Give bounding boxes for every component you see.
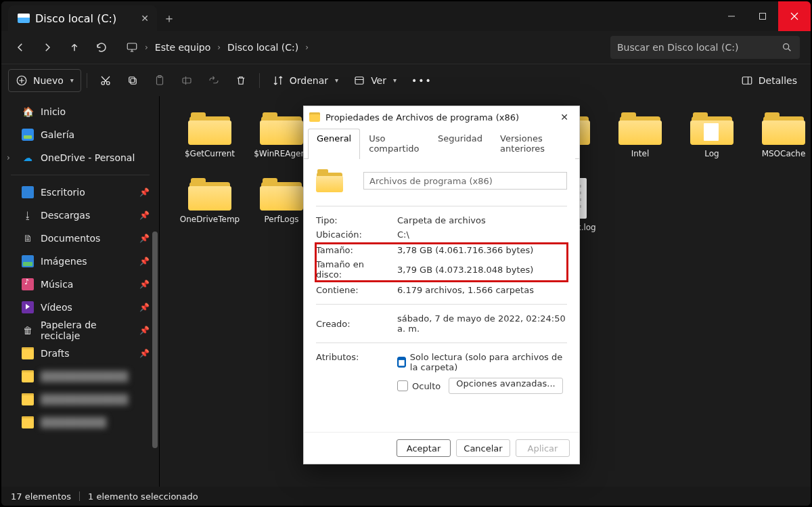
sidebar-item-documents[interactable]: 🗎Documentos📌 — [4, 227, 156, 250]
cancel-button[interactable]: Cancelar — [456, 439, 510, 457]
advanced-button[interactable]: Opciones avanzadas... — [449, 378, 562, 394]
sidebar-item-music[interactable]: Música📌 — [4, 273, 156, 296]
sidebar-item-blurred[interactable]: ████████████ — [4, 388, 156, 411]
sidebar-item-pictures[interactable]: Imágenes📌 — [4, 250, 156, 273]
video-icon — [22, 301, 34, 313]
hidden-checkbox[interactable] — [397, 380, 408, 391]
readonly-checkbox[interactable]: ■ — [397, 357, 406, 368]
sort-button[interactable]: Ordenar ▾ — [265, 69, 345, 92]
window-tab[interactable]: Disco local (C:) ✕ — [8, 5, 157, 31]
svg-rect-1 — [127, 43, 137, 49]
minimize-button[interactable] — [716, 1, 747, 31]
details-pane-button[interactable]: Detalles — [734, 69, 804, 92]
sidebar-item-videos[interactable]: Vídeos📌 — [4, 296, 156, 319]
dialog-titlebar[interactable]: Propiedades de Archivos de programa (x86… — [304, 106, 579, 128]
view-button[interactable]: Ver ▾ — [346, 69, 403, 92]
copy-icon — [127, 74, 139, 87]
folder-icon — [309, 112, 320, 122]
desktop-icon — [22, 186, 34, 198]
row-contains-value: 6.179 archivos, 1.566 carpetas — [397, 285, 567, 295]
folder-item[interactable]: Log — [678, 110, 746, 162]
share-button[interactable] — [201, 69, 227, 92]
apply-button[interactable]: Aplicar — [516, 439, 570, 457]
tab-previous[interactable]: Versiones anteriores — [491, 129, 575, 159]
tab-security[interactable]: Seguridad — [429, 129, 491, 159]
sidebar-item-home[interactable]: 🏠Inicio — [4, 100, 156, 123]
sidebar-item-blurred[interactable]: ████████████ — [4, 365, 156, 388]
dialog-title: Propiedades de Archivos de programa (x86… — [325, 112, 519, 123]
share-icon — [208, 74, 220, 87]
refresh-button[interactable] — [89, 35, 114, 60]
folder-item[interactable]: OneDriveTemp — [176, 175, 244, 236]
sidebar-item-gallery[interactable]: Galería — [4, 123, 156, 146]
new-label: Nuevo — [33, 75, 64, 86]
sidebar-item-blurred[interactable]: █████████ — [4, 411, 156, 434]
titlebar-drag[interactable] — [181, 1, 716, 31]
chevron-right-icon[interactable]: › — [142, 43, 151, 52]
navbar: › Este equipo › Disco local (C:) › Busca… — [1, 31, 811, 64]
plus-circle-icon — [16, 74, 28, 87]
item-label: $WinREAgent — [254, 149, 309, 159]
breadcrumb-root[interactable]: Este equipo — [152, 42, 213, 53]
back-button[interactable] — [8, 35, 32, 60]
copy-button[interactable] — [120, 69, 145, 92]
folder-item[interactable]: MSOCache — [750, 110, 811, 162]
rename-button[interactable] — [174, 69, 200, 92]
folder-item[interactable]: Intel — [606, 110, 674, 162]
more-button[interactable]: ••• — [405, 69, 439, 92]
sidebar-item-label: █████████ — [41, 417, 106, 428]
sidebar-item-desktop[interactable]: Escritorio📌 — [4, 181, 156, 204]
new-tab-button[interactable]: ＋ — [157, 5, 181, 31]
breadcrumb-current[interactable]: Disco local (C:) — [225, 42, 301, 53]
chevron-down-icon: ▾ — [70, 76, 74, 84]
tab-close-icon[interactable]: ✕ — [138, 12, 152, 25]
explorer-window: Disco local (C:) ✕ ＋ › Este equipo › Dis… — [1, 1, 811, 506]
folder-icon — [316, 169, 343, 192]
sidebar-item-label: Escritorio — [41, 187, 85, 198]
sidebar-item-recycle[interactable]: 🗑Papelera de reciclaje📌 — [4, 319, 156, 342]
close-button[interactable] — [778, 1, 811, 31]
view-icon — [353, 74, 365, 87]
pin-icon: 📌 — [139, 234, 150, 243]
svg-rect-0 — [760, 14, 766, 20]
sidebar-scrollbar[interactable] — [151, 96, 159, 487]
dialog-close-button[interactable]: ✕ — [555, 108, 574, 127]
sidebar-item-label: Galería — [41, 129, 74, 140]
up-button[interactable] — [62, 35, 87, 60]
sidebar-item-onedrive[interactable]: ›☁OneDrive - Personal — [4, 146, 156, 169]
drive-icon — [18, 14, 30, 23]
folder-icon — [618, 112, 662, 145]
chevron-right-icon[interactable]: › — [302, 43, 311, 52]
tab-general[interactable]: General — [308, 129, 360, 159]
pin-icon: 📌 — [139, 280, 150, 289]
svg-rect-12 — [742, 76, 752, 84]
delete-button[interactable] — [228, 69, 254, 92]
folder-icon — [762, 112, 805, 145]
search-input[interactable]: Buscar en Disco local (C:) — [610, 36, 800, 59]
breadcrumb[interactable]: › Este equipo › Disco local (C:) › — [119, 36, 315, 59]
paste-button[interactable] — [147, 69, 173, 92]
chevron-down-icon: ▾ — [393, 76, 397, 84]
tab-sharing[interactable]: Uso compartido — [360, 129, 429, 159]
maximize-button[interactable] — [747, 1, 778, 31]
folder-name-field[interactable]: Archivos de programa (x86) — [363, 172, 567, 190]
dialog-buttons: Aceptar Cancelar Aplicar — [304, 432, 579, 464]
folder-icon — [22, 393, 34, 405]
sidebar-item-label: Música — [41, 279, 73, 290]
monitor-icon — [126, 41, 138, 53]
sidebar-item-label: Papelera de reciclaje — [41, 319, 133, 341]
sidebar-item-drafts[interactable]: Drafts📌 — [4, 342, 156, 365]
forward-button[interactable] — [35, 35, 60, 60]
home-icon: 🏠 — [22, 106, 34, 118]
chevron-right-icon[interactable]: › — [215, 43, 223, 52]
sidebar-item-label: Descargas — [41, 210, 90, 221]
more-icon: ••• — [411, 75, 432, 86]
folder-item[interactable]: $GetCurrent — [176, 110, 244, 162]
ok-button[interactable]: Aceptar — [397, 439, 451, 457]
cut-button[interactable] — [93, 69, 118, 92]
sidebar-item-downloads[interactable]: ⭳Descargas📌 — [4, 204, 156, 227]
sidebar: 🏠Inicio Galería ›☁OneDrive - Personal Es… — [1, 96, 160, 487]
new-button[interactable]: Nuevo ▾ — [8, 69, 81, 92]
chevron-right-icon[interactable]: › — [7, 153, 10, 162]
sidebar-item-label: ████████████ — [41, 394, 128, 405]
